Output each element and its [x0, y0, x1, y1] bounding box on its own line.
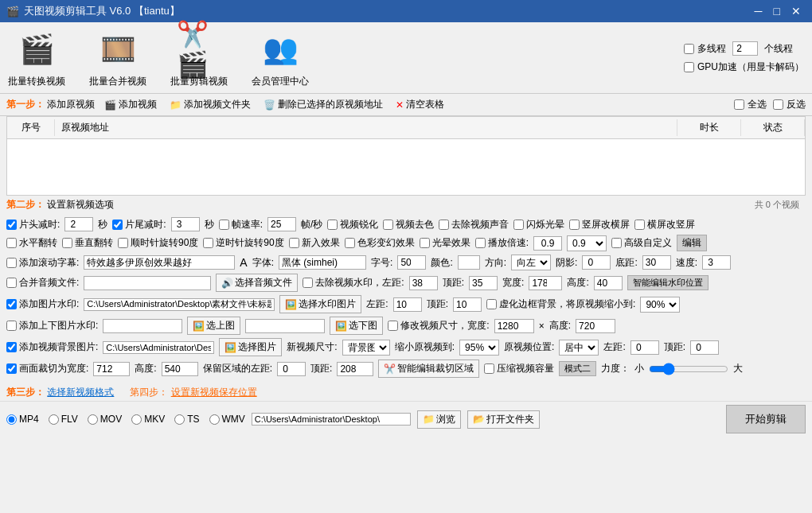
left-dist-input[interactable] [630, 340, 659, 355]
merge-audio-checkbox[interactable] [6, 278, 17, 288]
bottom-img-input[interactable] [245, 319, 325, 333]
tail-cut-label[interactable]: 片尾减时: [112, 218, 166, 231]
img-left-input[interactable] [393, 297, 422, 312]
radio-wmv[interactable] [209, 414, 220, 425]
playback-speed-checkbox[interactable] [475, 238, 486, 248]
resize-checkbox[interactable] [388, 321, 398, 331]
add-bg-label[interactable]: 添加视频背景图片: [6, 340, 98, 354]
thread-count-input[interactable] [732, 41, 758, 56]
wm-left-input[interactable] [409, 276, 438, 290]
light-effect-checkbox[interactable] [420, 238, 430, 248]
format-ts[interactable]: TS [174, 414, 199, 425]
crop-label[interactable]: 画面裁切为宽度: [6, 362, 88, 375]
new-effect-checkbox[interactable] [289, 238, 299, 248]
rotate-ccw-label[interactable]: 逆时针旋转90度 [203, 236, 283, 250]
format-flv[interactable]: FLV [49, 414, 78, 425]
gpu-checkbox[interactable] [684, 62, 694, 72]
add-folder-button[interactable]: 📁 添加视频文件夹 [166, 97, 254, 112]
multithread-checkbox-label[interactable]: 多线程 [684, 42, 726, 56]
top-img-wm-checkbox[interactable] [6, 321, 17, 331]
step3-link[interactable]: 选择新视频格式 [47, 387, 114, 398]
playback-speed-label[interactable]: 播放倍速: [475, 236, 529, 250]
compress-slider[interactable] [649, 363, 728, 375]
smart-edit-wm-button[interactable]: 智能编辑水印位置 [627, 275, 709, 290]
subtitle-label[interactable]: 添加滚动字幕: [6, 256, 79, 270]
step4-link[interactable]: 设置新视频保存位置 [171, 387, 257, 398]
fullscreen-h-label[interactable]: 横屏改竖屏 [634, 218, 695, 231]
tail-cut-input[interactable] [171, 217, 200, 231]
frame-rate-input[interactable] [267, 217, 296, 231]
flip-h-checkbox[interactable] [6, 238, 17, 248]
remove-audio-checkbox[interactable] [439, 220, 449, 230]
add-video-button[interactable]: 🎬 添加视频 [101, 97, 160, 112]
format-mov[interactable]: MOV [88, 414, 122, 425]
merge-video-btn[interactable]: 🎞️ 批量合并视频 [89, 27, 146, 88]
minimize-button[interactable]: ─ [750, 3, 767, 19]
head-cut-checkbox[interactable] [6, 220, 17, 230]
delete-selected-button[interactable]: 🗑️ 删除已选择的原视频地址 [260, 97, 386, 112]
crop-h-input[interactable] [162, 362, 198, 376]
remove-wm-checkbox[interactable] [303, 278, 313, 288]
virtual-border-checkbox[interactable] [486, 299, 497, 309]
flip-h-label[interactable]: 水平翻转 [6, 236, 57, 250]
select-audio-button[interactable]: 🔊 选择音频文件 [216, 274, 298, 292]
resize-label[interactable]: 修改视频尺寸，宽度: [388, 319, 489, 332]
new-video-size-select[interactable]: 背景图 [342, 340, 390, 356]
bg-path-input[interactable] [103, 341, 214, 354]
wm-width-input[interactable] [529, 276, 562, 290]
wm-top-input[interactable] [469, 276, 498, 290]
add-img-wm-label[interactable]: 添加图片水印: [6, 297, 79, 311]
advanced-label[interactable]: 高级自定义 [611, 236, 672, 250]
preserve-left-input[interactable] [277, 362, 306, 376]
advanced-checkbox[interactable] [611, 238, 622, 248]
resize-w-input[interactable] [494, 319, 534, 333]
font-size-input[interactable] [397, 255, 426, 270]
sharpen-label[interactable]: 视频锐化 [327, 218, 378, 231]
select-all-label[interactable]: 全选 [734, 98, 767, 111]
clip-video-btn[interactable]: ✂️🎬 批量剪辑视频 [170, 27, 228, 88]
fullscreen-h-checkbox[interactable] [634, 220, 645, 230]
top-img-wm-label[interactable]: 添加上下图片水印: [6, 319, 98, 332]
font-name-input[interactable] [279, 255, 366, 270]
add-bg-checkbox[interactable] [6, 342, 17, 352]
rotate-cw-checkbox[interactable] [118, 238, 128, 248]
preserve-top-input[interactable] [337, 362, 373, 376]
radio-mov[interactable] [88, 414, 98, 425]
select-all-checkbox[interactable] [734, 99, 744, 110]
compress-label[interactable]: 压缩视频容量 [484, 362, 554, 375]
frame-rate-label[interactable]: 帧速率: [219, 218, 263, 231]
format-mp4[interactable]: MP4 [6, 414, 39, 425]
frame-rate-checkbox[interactable] [219, 220, 229, 230]
speed-input[interactable] [702, 255, 731, 270]
virtual-border-pct-select[interactable]: 90%80%70% [640, 297, 680, 313]
start-button[interactable]: 开始剪辑 [726, 405, 806, 433]
color-picker[interactable] [458, 255, 480, 270]
compress-checkbox[interactable] [484, 363, 494, 374]
resize-h-input[interactable] [576, 319, 615, 333]
top-dist-input[interactable] [690, 340, 719, 355]
fullscreen-v-label[interactable]: 竖屏改横屏 [569, 218, 630, 231]
radio-mkv[interactable] [131, 414, 142, 425]
merge-audio-label[interactable]: 合并音频文件: [6, 276, 79, 290]
remove-wm-label[interactable]: 去除视频水印，左距: [303, 276, 404, 290]
subtitle-input[interactable] [84, 255, 235, 270]
format-mkv[interactable]: MKV [131, 414, 165, 425]
bottom-input[interactable] [642, 255, 671, 270]
multithread-checkbox[interactable] [684, 44, 694, 54]
light-effect-label[interactable]: 光晕效果 [420, 236, 470, 250]
maximize-button[interactable]: □ [769, 3, 785, 19]
invert-select-checkbox[interactable] [773, 99, 783, 110]
edit-button[interactable]: 编辑 [677, 235, 707, 251]
clear-table-button[interactable]: ✕ 清空表格 [392, 97, 447, 112]
convert-video-btn[interactable]: 🎬 批量转换视频 [8, 27, 65, 88]
shadow-input[interactable] [582, 255, 611, 270]
browse-button[interactable]: 📁 浏览 [417, 410, 461, 429]
smart-crop-button[interactable]: ✂️ 智能编辑裁切区域 [378, 359, 479, 378]
crop-w-input[interactable] [93, 362, 130, 376]
flip-v-checkbox[interactable] [62, 238, 72, 248]
invert-select-label[interactable]: 反选 [773, 98, 806, 111]
radio-ts[interactable] [174, 414, 185, 425]
open-folder-button[interactable]: 📂 打开文件夹 [467, 410, 540, 429]
select-top-button[interactable]: 🖼️ 选上图 [187, 317, 240, 335]
select-image-wm-button[interactable]: 🖼️ 选择水印图片 [279, 295, 361, 313]
